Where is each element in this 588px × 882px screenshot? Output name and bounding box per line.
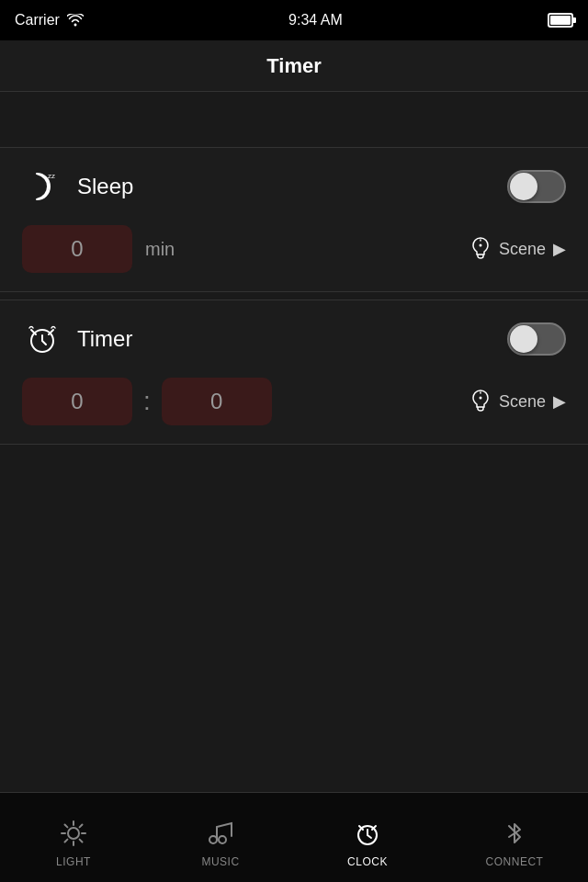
- timer-section-header: Timer: [22, 319, 566, 359]
- section-gap-1: [0, 292, 588, 300]
- tab-clock-icon: [351, 817, 384, 850]
- tab-music-icon: [204, 817, 237, 850]
- timer-scene-label: Scene: [499, 392, 546, 412]
- status-left: Carrier: [15, 12, 84, 28]
- wifi-icon: [67, 14, 84, 27]
- sleep-title-group: zz Sleep: [22, 166, 133, 207]
- clock-alarm-icon: [353, 819, 382, 848]
- svg-line-10: [80, 839, 83, 842]
- tab-light-label: LIGHT: [56, 855, 91, 868]
- sleep-scene-chevron: ▶: [553, 239, 566, 259]
- svg-point-1: [479, 244, 481, 247]
- tab-connect-icon: [498, 817, 531, 850]
- tab-light[interactable]: LIGHT: [0, 808, 147, 868]
- svg-line-12: [65, 839, 68, 842]
- sleep-unit-label: min: [145, 239, 175, 260]
- timer-toggle[interactable]: [507, 322, 566, 356]
- tab-connect-label: CONNECT: [486, 855, 544, 868]
- timer-section: Timer 0 : 0: [0, 300, 588, 445]
- sleep-scene-button[interactable]: Scene ▶: [469, 236, 566, 262]
- sun-icon: [60, 820, 87, 847]
- sleep-section-header: zz Sleep: [22, 166, 566, 207]
- timer-scene-chevron: ▶: [553, 391, 566, 412]
- timer-minutes-input[interactable]: 0: [162, 378, 272, 425]
- svg-point-4: [68, 828, 79, 839]
- tab-light-icon: [57, 817, 90, 850]
- bluetooth-icon: [503, 819, 526, 848]
- timer-input-row: 0 : 0 Scene ▶: [22, 378, 566, 425]
- music-note-icon: [208, 820, 233, 847]
- sleep-toggle[interactable]: [507, 170, 566, 203]
- sleep-icon: zz: [22, 166, 62, 207]
- lightbulb-icon-2: [469, 389, 492, 414]
- svg-line-11: [80, 824, 83, 827]
- svg-text:zz: zz: [48, 172, 55, 180]
- tab-clock-label: CLOCK: [347, 855, 388, 868]
- svg-point-3: [479, 397, 481, 400]
- alarm-clock-icon: [22, 319, 62, 359]
- tab-bar: LIGHT MUSIC CLOCK: [0, 792, 588, 882]
- sleep-scene-label: Scene: [499, 240, 546, 259]
- tab-clock[interactable]: CLOCK: [294, 808, 441, 868]
- sleep-input-row: 0 min Scene ▶: [22, 225, 566, 273]
- page-title: Timer: [266, 54, 322, 78]
- status-bar: Carrier 9:34 AM: [0, 0, 588, 40]
- sleep-section: zz Sleep 0 min Scene: [0, 147, 588, 292]
- tab-music-label: MUSIC: [201, 855, 239, 868]
- sleep-minutes-input[interactable]: 0: [22, 225, 132, 273]
- svg-line-9: [65, 824, 68, 827]
- tab-music[interactable]: MUSIC: [147, 808, 294, 868]
- timer-hours-input[interactable]: 0: [22, 378, 132, 425]
- battery-icon: [548, 13, 573, 28]
- sleep-toggle-knob: [510, 173, 537, 200]
- carrier-label: Carrier: [15, 12, 60, 28]
- top-spacer: [0, 92, 588, 147]
- timer-title-group: Timer: [22, 319, 132, 359]
- timer-label: Timer: [77, 326, 132, 352]
- battery-fill: [550, 16, 571, 25]
- app-header: Timer: [0, 40, 588, 92]
- sleep-label: Sleep: [77, 174, 133, 199]
- time-label: 9:34 AM: [288, 12, 343, 28]
- timer-toggle-knob: [510, 325, 537, 353]
- timer-time-inputs: 0 : 0: [22, 378, 272, 425]
- tab-connect[interactable]: CONNECT: [441, 808, 588, 868]
- timer-colon: :: [140, 387, 154, 416]
- timer-scene-button[interactable]: Scene ▶: [469, 389, 566, 414]
- main-content: zz Sleep 0 min Scene: [0, 147, 588, 535]
- lightbulb-icon: [469, 236, 492, 262]
